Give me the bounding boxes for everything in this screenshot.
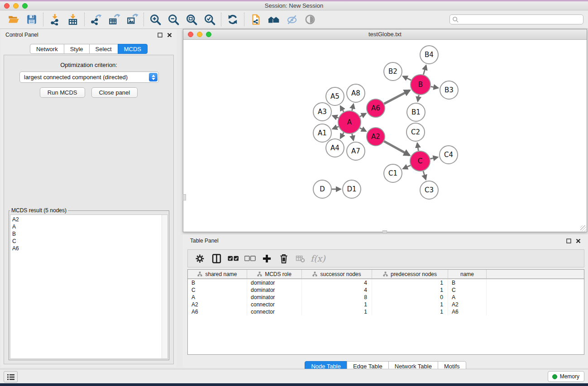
table-cell[interactable]: dominator — [247, 279, 302, 286]
save-session-icon[interactable] — [23, 11, 41, 28]
column-header-predecessor-nodes[interactable]: predecessor nodes — [372, 270, 448, 278]
graph-node-A5[interactable]: A5 — [326, 87, 344, 105]
column-header-name[interactable]: name — [448, 270, 487, 278]
close-window-button[interactable] — [4, 3, 10, 9]
table-row[interactable]: Bdominator41B — [188, 279, 584, 286]
table-row[interactable]: A2connector11A2 — [188, 301, 584, 308]
delete-column-icon[interactable] — [275, 251, 292, 266]
float-table-panel-icon[interactable] — [566, 238, 571, 243]
graph-node-A4[interactable]: A4 — [326, 139, 344, 157]
graph-node-A1[interactable]: A1 — [313, 124, 331, 142]
table-cell[interactable]: A6 — [188, 308, 247, 315]
graph-edge-A-A1[interactable] — [333, 127, 339, 129]
graph-node-A3[interactable]: A3 — [313, 103, 331, 121]
graph-node-C3[interactable]: C3 — [420, 181, 438, 199]
scrollbar-thumb[interactable] — [183, 194, 186, 200]
table-cell[interactable]: C — [448, 286, 487, 294]
graph-edge-A-A8[interactable] — [352, 104, 354, 110]
criterion-select[interactable]: largest connected component (directed) — [19, 71, 159, 83]
table-cell[interactable]: A2 — [188, 301, 247, 308]
zoom-fit-icon[interactable] — [182, 11, 201, 28]
zoom-selected-icon[interactable] — [201, 11, 219, 28]
tab-style[interactable]: Style — [64, 44, 90, 54]
show-columns-icon[interactable] — [208, 251, 225, 266]
graph-edge-B-B2[interactable] — [403, 76, 411, 80]
graph-node-B1[interactable]: B1 — [407, 103, 425, 121]
graph-edge-A-A7[interactable] — [352, 133, 354, 140]
column-header-mcds-role[interactable]: MCDS role — [247, 270, 302, 278]
column-header-successor-nodes[interactable]: successor nodes — [302, 270, 372, 278]
import-table-icon[interactable] — [64, 11, 82, 28]
table-row[interactable]: A6connector11A6 — [188, 308, 584, 315]
graph-edge-A2-C[interactable] — [384, 141, 409, 155]
table-cell[interactable]: connector — [247, 301, 302, 308]
show-home-networks-icon[interactable] — [265, 11, 283, 28]
graph-edge-A-A3[interactable] — [333, 116, 338, 118]
clone-network-icon[interactable] — [247, 11, 265, 28]
open-session-icon[interactable] — [5, 11, 23, 28]
memory-button[interactable]: Memory — [548, 371, 584, 382]
table-settings-icon[interactable] — [191, 251, 208, 266]
run-mcds-button[interactable]: Run MCDS — [40, 87, 85, 98]
table-cell[interactable]: A6 — [448, 308, 487, 315]
table-cell[interactable]: 1 — [302, 308, 372, 315]
graph-edge-A-A4[interactable] — [340, 133, 344, 138]
graph-node-B3[interactable]: B3 — [440, 81, 458, 99]
mcds-list-item[interactable]: A — [10, 223, 167, 230]
graph-node-A6[interactable]: A6 — [367, 99, 385, 117]
graph-node-B2[interactable]: B2 — [384, 62, 402, 81]
network-window-titlebar[interactable]: testGlobe.txt — [183, 29, 587, 40]
graph-node-A[interactable]: A — [338, 111, 361, 133]
table-cell[interactable]: A2 — [448, 301, 487, 308]
graph-node-A7[interactable]: A7 — [347, 142, 365, 160]
graph-edge-A-A5[interactable] — [340, 106, 344, 112]
table-cell[interactable]: dominator — [247, 286, 302, 294]
search-input[interactable] — [449, 14, 583, 24]
graph-edge-C-C3[interactable] — [423, 171, 426, 179]
close-table-panel-icon[interactable] — [576, 238, 581, 243]
graph-edge-C-C2[interactable] — [417, 143, 419, 151]
maximize-window-button[interactable] — [22, 3, 28, 9]
tab-select[interactable]: Select — [89, 44, 118, 54]
hide-graphics-details-icon[interactable] — [283, 11, 301, 28]
graph-node-A8[interactable]: A8 — [347, 84, 365, 102]
graph-node-B[interactable]: B — [411, 75, 430, 95]
graph-edge-A6-B[interactable] — [384, 91, 410, 104]
graph-edge-A-A6[interactable] — [360, 114, 366, 117]
mcds-list-item[interactable]: C — [10, 238, 167, 245]
add-column-icon[interactable] — [258, 251, 275, 266]
export-table-icon[interactable] — [105, 11, 123, 28]
zoom-out-icon[interactable] — [164, 11, 182, 28]
table-cell[interactable]: 1 — [372, 301, 448, 308]
close-network-button[interactable] — [188, 32, 193, 37]
scrollbar-thumb[interactable] — [382, 230, 387, 234]
resize-grip[interactable] — [580, 225, 586, 231]
table-cell[interactable]: 4 — [302, 279, 372, 286]
deselect-checkboxes-icon[interactable] — [242, 251, 258, 266]
table-cell[interactable]: C — [188, 286, 247, 294]
select-all-checkboxes-icon[interactable] — [225, 251, 242, 266]
graph-edge-A-A2[interactable] — [360, 128, 366, 131]
close-panel-button[interactable]: Close panel — [91, 87, 138, 98]
table-row[interactable]: Adominator80A — [188, 294, 584, 301]
table-cell[interactable]: 1 — [372, 279, 448, 286]
mcds-list-item[interactable]: A2 — [10, 216, 167, 223]
graph-node-D1[interactable]: D1 — [343, 180, 361, 198]
graph-edge-B-B4[interactable] — [423, 66, 426, 75]
column-header-shared-name[interactable]: shared name — [188, 270, 247, 278]
table-row[interactable]: Cdominator41C — [188, 286, 584, 294]
graph-node-A2[interactable]: A2 — [367, 128, 385, 146]
import-network-icon[interactable] — [46, 11, 64, 28]
graph-edge-C-C1[interactable] — [403, 165, 411, 168]
table-cell[interactable]: A — [188, 294, 247, 301]
table-cell[interactable]: B — [448, 279, 487, 286]
minimize-window-button[interactable] — [13, 3, 19, 9]
graph-node-D[interactable]: D — [313, 180, 331, 198]
graph-node-B4[interactable]: B4 — [420, 46, 438, 64]
graph-edge-C-C4[interactable] — [430, 157, 438, 159]
graph-node-C1[interactable]: C1 — [384, 164, 402, 182]
network-canvas[interactable]: B4B2BB3A5A8A6B1A3AA1C2A2A4A7C4CC1C3DD1 — [183, 40, 587, 232]
graph-node-C[interactable]: C — [410, 151, 430, 171]
tab-network[interactable]: Network — [30, 44, 64, 54]
list-scrollbar[interactable] — [162, 215, 167, 358]
